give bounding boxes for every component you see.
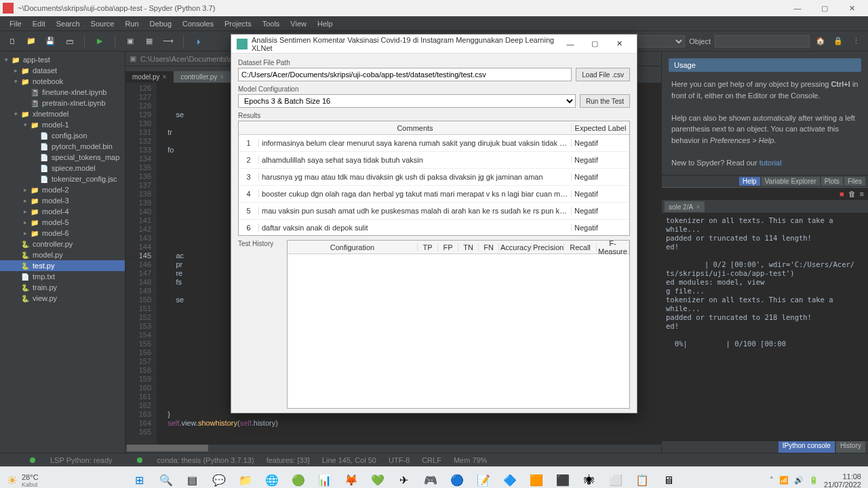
chrome-icon[interactable]: 🟢 bbox=[286, 470, 311, 489]
minimize-button[interactable]: — bbox=[784, 1, 811, 16]
menu-run[interactable]: Run bbox=[119, 18, 144, 29]
explorer-icon[interactable]: 📁 bbox=[233, 470, 258, 489]
editor-tab[interactable]: controller.py × bbox=[174, 71, 231, 83]
model-config-select[interactable]: Epochs 3 & Batch Size 16 bbox=[238, 94, 576, 108]
run-icon[interactable]: ▶ bbox=[93, 35, 106, 48]
tree-item[interactable]: ▾📁notebook bbox=[0, 76, 125, 87]
volume-icon[interactable]: 🔊 bbox=[794, 476, 804, 485]
terminal-icon[interactable]: ⬛ bbox=[551, 470, 575, 489]
close-icon[interactable]: × bbox=[696, 203, 700, 211]
menu-file[interactable]: File bbox=[4, 18, 27, 29]
teams-icon[interactable]: 💬 bbox=[207, 470, 231, 489]
open-file-icon[interactable]: 📁 bbox=[24, 35, 38, 48]
menu-edit[interactable]: Edit bbox=[27, 18, 51, 29]
tree-item[interactable]: 📓pretrain-xlnet.ipynb bbox=[0, 98, 125, 108]
tree-item[interactable]: ▸📁model-3 bbox=[0, 195, 125, 206]
table-row[interactable]: 2alhamdulillah saya sehat saya tidak but… bbox=[239, 152, 629, 169]
menu-tools[interactable]: Tools bbox=[257, 18, 285, 29]
tutorial-link[interactable]: tutorial bbox=[760, 159, 782, 167]
debug-icon[interactable]: ⏵ bbox=[192, 35, 205, 48]
discord-icon[interactable]: 🎮 bbox=[418, 470, 443, 489]
tree-item[interactable]: ▸📁model-6 bbox=[0, 228, 125, 239]
menu-kebab-icon[interactable]: ⋮ bbox=[849, 35, 863, 48]
console-clear-icon[interactable]: 🗑 bbox=[848, 190, 856, 198]
skype-icon[interactable]: 🔵 bbox=[445, 470, 469, 489]
bottom-tab[interactable]: IPython console bbox=[778, 441, 835, 453]
horizontal-scrollbar[interactable] bbox=[127, 445, 208, 451]
tree-item[interactable]: 🐍view.py bbox=[0, 293, 125, 304]
history-table[interactable]: ConfigurationTPFPTNFNAccuracyPrecisionRe… bbox=[287, 240, 630, 409]
results-table[interactable]: Comments Expected Label 1informasinya be… bbox=[238, 121, 630, 236]
menu-projects[interactable]: Projects bbox=[219, 18, 257, 29]
tree-item[interactable]: 🐍controller.py bbox=[0, 239, 125, 249]
menu-view[interactable]: View bbox=[285, 18, 312, 29]
bottom-tab[interactable]: History bbox=[836, 441, 865, 453]
telegram-icon[interactable]: ✈ bbox=[392, 470, 416, 489]
table-row[interactable]: 3harusnya yg mau atau tdk mau divaksin g… bbox=[239, 169, 629, 186]
taskview-icon[interactable]: ▤ bbox=[180, 470, 205, 489]
console-menu-icon[interactable]: ≡ bbox=[860, 190, 864, 198]
save-icon[interactable]: 💾 bbox=[43, 35, 57, 48]
table-row[interactable]: 6daftar vaksin anak di depok sulitNegati… bbox=[239, 220, 629, 236]
tree-item[interactable]: 📄config.json bbox=[0, 130, 125, 141]
menu-debug[interactable]: Debug bbox=[144, 18, 177, 29]
app-generic-icon[interactable]: ⬜ bbox=[604, 470, 628, 489]
weather-widget[interactable]: ☀ 28°C Kabut bbox=[7, 473, 39, 488]
edge-icon[interactable]: 🌐 bbox=[260, 470, 284, 489]
panel-tab-help[interactable]: Help bbox=[739, 177, 760, 186]
run-test-button[interactable]: Run the Test bbox=[580, 94, 630, 108]
new-file-icon[interactable]: 🗋 bbox=[5, 35, 19, 48]
tree-item[interactable]: ▸📁model-5 bbox=[0, 217, 125, 228]
tree-item[interactable]: 📄tmp.txt bbox=[0, 271, 125, 282]
panel-tab-files[interactable]: Files bbox=[844, 177, 865, 186]
tree-item[interactable]: ▸📁model-4 bbox=[0, 206, 125, 217]
firefox-icon[interactable]: 🦊 bbox=[339, 470, 363, 489]
close-tab-icon[interactable]: × bbox=[220, 73, 224, 81]
load-file-button[interactable]: Load File .csv bbox=[576, 68, 630, 81]
tree-item[interactable]: 🐍test.py bbox=[0, 260, 125, 271]
dataset-path-input[interactable] bbox=[238, 68, 572, 81]
tree-item[interactable]: 📓finetune-xlnet.ipynb bbox=[0, 87, 125, 98]
editor-tab[interactable]: model.py × bbox=[125, 71, 174, 83]
tree-item[interactable]: ▾📁xlnetmodel bbox=[0, 108, 125, 119]
tree-item[interactable]: 📄spiece.model bbox=[0, 163, 125, 174]
dialog-maximize-button[interactable]: ▢ bbox=[583, 36, 607, 52]
app-generic3-icon[interactable]: 🖥 bbox=[656, 470, 681, 489]
object-input[interactable] bbox=[715, 35, 810, 47]
close-tab-icon[interactable]: × bbox=[163, 73, 167, 81]
xampp-icon[interactable]: 🟧 bbox=[524, 470, 549, 489]
tree-item[interactable]: ▸📁model-2 bbox=[0, 184, 125, 195]
tree-item[interactable]: 🐍train.py bbox=[0, 282, 125, 293]
tree-item[interactable]: ▸📁dataset bbox=[0, 65, 125, 76]
home-icon[interactable]: 🏠 bbox=[814, 35, 827, 48]
run-cell-advance-icon[interactable]: ▦ bbox=[142, 35, 156, 48]
tree-item[interactable]: 📄special_tokens_map bbox=[0, 152, 125, 163]
menu-search[interactable]: Search bbox=[51, 18, 85, 29]
start-button[interactable]: ⊞ bbox=[127, 470, 152, 489]
wifi-icon[interactable]: 📶 bbox=[779, 476, 789, 485]
app-generic2-icon[interactable]: 📋 bbox=[630, 470, 654, 489]
lock-icon[interactable]: 🔒 bbox=[831, 35, 845, 48]
table-row[interactable]: 5mau vaksin pun susah amat udh ke puskes… bbox=[239, 203, 629, 220]
tree-item[interactable]: ▾📁model-1 bbox=[0, 119, 125, 130]
run-selection-icon[interactable]: ⟶ bbox=[161, 35, 175, 48]
menu-consoles[interactable]: Consoles bbox=[177, 18, 219, 29]
panel-tab-plots[interactable]: Plots bbox=[821, 177, 843, 186]
menu-source[interactable]: Source bbox=[85, 18, 120, 29]
run-cell-icon[interactable]: ▣ bbox=[123, 35, 137, 48]
table-row[interactable]: 4booster cukup dgn olah raga dan herbal … bbox=[239, 186, 629, 203]
tree-item[interactable]: ▾📁app-test bbox=[0, 54, 125, 65]
console-tab[interactable]: sole 2/A× bbox=[665, 201, 705, 212]
spyder-taskbar-icon[interactable]: 🕷 bbox=[577, 470, 601, 489]
dialog-minimize-button[interactable]: — bbox=[558, 36, 583, 52]
chevron-up-icon[interactable]: ˄ bbox=[770, 476, 774, 485]
console-stop-icon[interactable]: ■ bbox=[840, 190, 844, 198]
search-icon[interactable]: 🔍 bbox=[154, 470, 178, 489]
dialog-close-button[interactable]: ✕ bbox=[607, 36, 631, 52]
maximize-button[interactable]: ▢ bbox=[811, 1, 838, 16]
tree-item[interactable]: 🐍model.py bbox=[0, 249, 125, 260]
tree-item[interactable]: 📄tokenizer_config.jsc bbox=[0, 174, 125, 184]
battery-icon[interactable]: 🔋 bbox=[809, 476, 818, 485]
save-all-icon[interactable]: 🗃 bbox=[62, 35, 76, 48]
notepadpp-icon[interactable]: 📝 bbox=[471, 470, 496, 489]
